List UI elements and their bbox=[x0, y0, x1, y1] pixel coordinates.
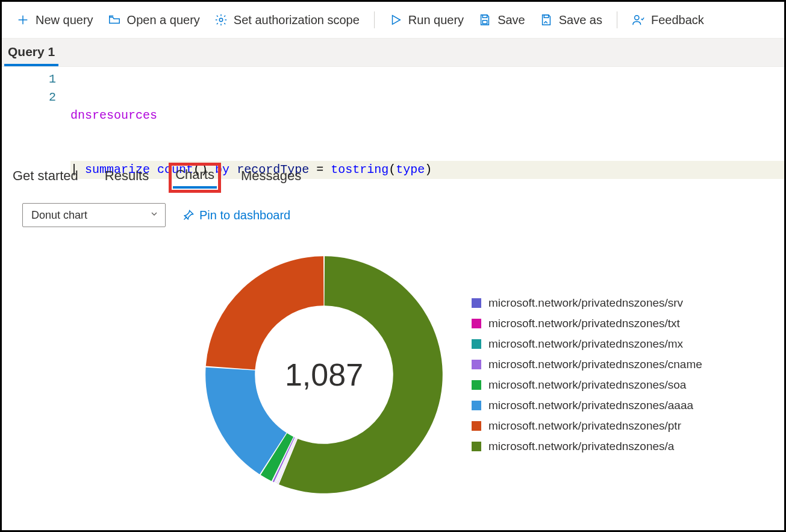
pin-icon bbox=[182, 209, 195, 221]
new-query-button[interactable]: New query bbox=[10, 10, 99, 31]
play-icon bbox=[389, 13, 402, 27]
editor-gutter: 1 2 bbox=[2, 67, 63, 157]
new-query-label: New query bbox=[36, 13, 93, 27]
chart-type-value: Donut chart bbox=[31, 209, 87, 222]
legend-swatch bbox=[472, 360, 481, 369]
save-as-button[interactable]: Save as bbox=[534, 10, 608, 31]
results-tabstrip: Get started Results Charts Messages bbox=[2, 157, 784, 195]
legend-swatch bbox=[472, 339, 481, 349]
command-bar: New query Open a query Set authorization… bbox=[2, 2, 784, 39]
legend-item[interactable]: microsoft.network/privatednszones/aaaa bbox=[472, 399, 702, 412]
open-query-button[interactable]: Open a query bbox=[102, 10, 206, 31]
legend-item[interactable]: microsoft.network/privatednszones/srv bbox=[472, 296, 702, 310]
query-editor[interactable]: 1 2 dnsresources | summarize count() by … bbox=[2, 67, 784, 157]
query-tabstrip: Query 1 bbox=[2, 39, 784, 67]
svg-rect-6 bbox=[544, 15, 548, 18]
save-as-icon bbox=[540, 13, 553, 27]
tab-results[interactable]: Results bbox=[102, 168, 151, 187]
legend-item[interactable]: microsoft.network/privatednszones/soa bbox=[472, 378, 702, 392]
feedback-label: Feedback bbox=[651, 13, 704, 27]
run-query-label: Run query bbox=[408, 13, 464, 27]
legend-label: microsoft.network/privatednszones/mx bbox=[488, 337, 683, 351]
donut-chart[interactable]: 1,087 bbox=[201, 251, 448, 498]
set-scope-button[interactable]: Set authorization scope bbox=[208, 10, 366, 31]
tab-get-started[interactable]: Get started bbox=[10, 168, 81, 187]
toolbar-separator bbox=[617, 11, 617, 28]
run-query-button[interactable]: Run query bbox=[383, 10, 470, 31]
legend-swatch bbox=[472, 298, 481, 308]
feedback-button[interactable]: Feedback bbox=[626, 10, 710, 31]
chart-controls: Donut chart Pin to dashboard bbox=[2, 195, 784, 227]
legend-swatch bbox=[472, 319, 481, 328]
set-scope-label: Set authorization scope bbox=[234, 13, 360, 27]
tab-charts[interactable]: Charts bbox=[173, 167, 217, 189]
pin-label: Pin to dashboard bbox=[199, 208, 290, 222]
svg-marker-3 bbox=[392, 16, 400, 25]
tab-messages[interactable]: Messages bbox=[239, 168, 304, 187]
legend-label: microsoft.network/privatednszones/cname bbox=[488, 358, 702, 371]
line-number: 2 bbox=[2, 89, 56, 107]
save-as-label: Save as bbox=[559, 13, 602, 27]
legend-label: microsoft.network/privatednszones/srv bbox=[488, 296, 683, 310]
legend-swatch bbox=[472, 421, 481, 431]
svg-rect-5 bbox=[482, 20, 487, 23]
legend-item[interactable]: microsoft.network/privatednszones/txt bbox=[472, 317, 702, 330]
save-button[interactable]: Save bbox=[472, 10, 531, 31]
svg-point-2 bbox=[219, 18, 223, 22]
feedback-icon bbox=[632, 13, 645, 27]
pin-to-dashboard-link[interactable]: Pin to dashboard bbox=[182, 208, 290, 222]
svg-point-7 bbox=[635, 16, 639, 20]
svg-rect-4 bbox=[482, 15, 487, 18]
legend-item[interactable]: microsoft.network/privatednszones/ptr bbox=[472, 419, 702, 433]
legend-swatch bbox=[472, 401, 481, 410]
legend-label: microsoft.network/privatednszones/soa bbox=[488, 378, 686, 392]
legend-swatch bbox=[472, 442, 481, 451]
line-number: 1 bbox=[2, 70, 56, 89]
query-tab[interactable]: Query 1 bbox=[4, 41, 58, 66]
chevron-down-icon bbox=[149, 209, 159, 222]
legend-label: microsoft.network/privatednszones/aaaa bbox=[488, 399, 693, 412]
save-label: Save bbox=[497, 13, 525, 27]
legend-swatch bbox=[472, 380, 481, 390]
legend-item[interactable]: microsoft.network/privatednszones/a bbox=[472, 440, 702, 453]
legend-label: microsoft.network/privatednszones/txt bbox=[488, 317, 680, 330]
legend-item[interactable]: microsoft.network/privatednszones/mx bbox=[472, 337, 702, 351]
save-icon bbox=[478, 13, 491, 27]
chart-type-select[interactable]: Donut chart bbox=[22, 203, 166, 227]
folder-open-icon bbox=[108, 13, 121, 27]
chart-area: 1,087 microsoft.network/privatednszones/… bbox=[2, 227, 784, 498]
token-table: dnsresources bbox=[70, 108, 157, 122]
legend-label: microsoft.network/privatednszones/ptr bbox=[488, 419, 681, 433]
editor-code[interactable]: dnsresources | summarize count() by reco… bbox=[63, 67, 784, 157]
toolbar-separator bbox=[374, 11, 375, 28]
legend-label: microsoft.network/privatednszones/a bbox=[488, 440, 674, 453]
donut-slice[interactable] bbox=[206, 256, 324, 369]
gear-icon bbox=[214, 13, 228, 27]
plus-icon bbox=[16, 13, 30, 27]
legend-item[interactable]: microsoft.network/privatednszones/cname bbox=[472, 358, 702, 371]
open-query-label: Open a query bbox=[127, 13, 200, 27]
chart-legend: microsoft.network/privatednszones/srvmic… bbox=[472, 296, 702, 453]
